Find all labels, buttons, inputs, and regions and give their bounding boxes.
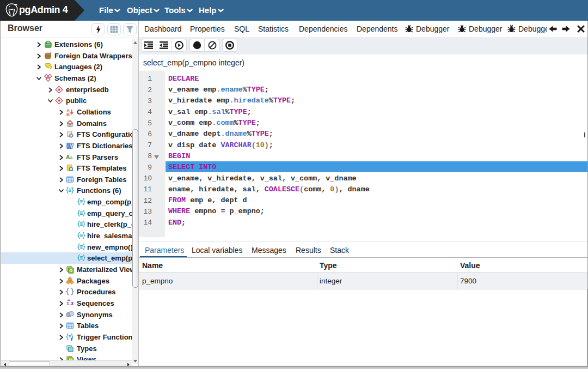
svg-text:B: B — [66, 111, 70, 116]
svg-text:a: a — [70, 155, 73, 160]
svg-text:.3: .3 — [69, 301, 74, 306]
